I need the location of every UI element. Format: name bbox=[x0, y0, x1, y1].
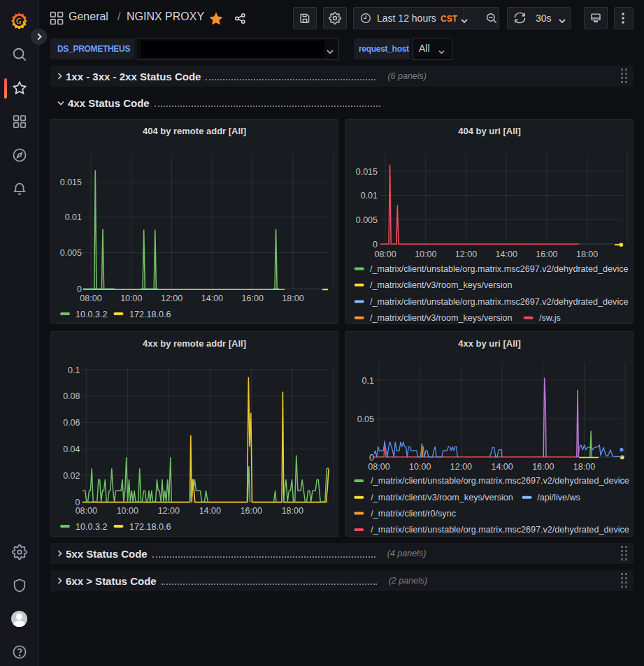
svg-text:10:00: 10:00 bbox=[120, 294, 142, 303]
svg-text:10.0.3.2: 10.0.3.2 bbox=[76, 310, 108, 319]
svg-text:/sw.js: /sw.js bbox=[539, 313, 561, 323]
svg-text:14:00: 14:00 bbox=[496, 249, 517, 259]
svg-text:08:00: 08:00 bbox=[76, 506, 97, 516]
svg-text:16:00: 16:00 bbox=[241, 506, 262, 516]
svg-text:0.05: 0.05 bbox=[357, 414, 374, 424]
svg-text:16:00: 16:00 bbox=[242, 294, 264, 303]
svg-text:/_matrix/client/v3/room_keys/v: /_matrix/client/v3/room_keys/version bbox=[370, 313, 513, 323]
svg-text:18:00: 18:00 bbox=[573, 462, 595, 472]
svg-text:16:00: 16:00 bbox=[536, 249, 557, 259]
svg-text:08:00: 08:00 bbox=[368, 462, 389, 472]
svg-text:/_matrix/client/v3/room_keys/v: /_matrix/client/v3/room_keys/version bbox=[371, 493, 513, 502]
svg-text:/api/live/ws: /api/live/ws bbox=[537, 493, 580, 502]
svg-text:16:00: 16:00 bbox=[532, 462, 554, 472]
svg-text:0.01: 0.01 bbox=[361, 191, 378, 201]
svg-text:404 by remote addr [All]: 404 by remote addr [All] bbox=[143, 126, 246, 136]
svg-text:404 by uri [All]: 404 by uri [All] bbox=[458, 126, 521, 136]
svg-text:12:00: 12:00 bbox=[455, 249, 477, 259]
svg-text:/_matrix/client/v3/room_keys/v: /_matrix/client/v3/room_keys/version bbox=[370, 280, 513, 290]
svg-text:0.005: 0.005 bbox=[60, 248, 82, 258]
svg-text:0.015: 0.015 bbox=[60, 178, 82, 187]
svg-text:12:00: 12:00 bbox=[161, 294, 183, 303]
svg-text:0: 0 bbox=[373, 240, 378, 249]
svg-text:172.18.0.6: 172.18.0.6 bbox=[129, 522, 171, 532]
svg-text:10:00: 10:00 bbox=[117, 506, 138, 516]
svg-text:0.01: 0.01 bbox=[65, 212, 82, 222]
svg-text:10:00: 10:00 bbox=[415, 249, 436, 259]
svg-text:172.18.0.6: 172.18.0.6 bbox=[129, 310, 171, 319]
svg-text:12:00: 12:00 bbox=[158, 506, 180, 516]
svg-text:0.02: 0.02 bbox=[63, 471, 80, 481]
svg-text:4xx by uri [All]: 4xx by uri [All] bbox=[458, 338, 521, 349]
svg-text:/_matrix/client/unstable/org.m: /_matrix/client/unstable/org.matrix.msc2… bbox=[370, 297, 629, 307]
svg-text:4xx by remote addr [All]: 4xx by remote addr [All] bbox=[143, 338, 246, 349]
svg-text:0.1: 0.1 bbox=[362, 376, 374, 386]
svg-text:12:00: 12:00 bbox=[450, 462, 472, 472]
svg-text:10.0.3.2: 10.0.3.2 bbox=[76, 522, 108, 532]
svg-text:/_matrix/client/unstable/org.m: /_matrix/client/unstable/org.matrix.msc2… bbox=[371, 525, 629, 535]
svg-text:/_matrix/client/unstable/org.m: /_matrix/client/unstable/org.matrix.msc2… bbox=[371, 476, 629, 486]
svg-text:0: 0 bbox=[369, 453, 374, 463]
svg-text:14:00: 14:00 bbox=[201, 294, 223, 303]
svg-text:/_matrix/client/r0/sync: /_matrix/client/r0/sync bbox=[371, 509, 456, 519]
svg-text:0.04: 0.04 bbox=[63, 444, 80, 454]
svg-text:0.005: 0.005 bbox=[356, 215, 378, 225]
svg-text:18:00: 18:00 bbox=[282, 506, 303, 516]
svg-text:14:00: 14:00 bbox=[199, 506, 221, 516]
svg-text:14:00: 14:00 bbox=[491, 462, 513, 472]
svg-text:18:00: 18:00 bbox=[576, 249, 598, 259]
svg-text:0.1: 0.1 bbox=[68, 365, 80, 375]
svg-text:08:00: 08:00 bbox=[80, 294, 101, 303]
svg-text:0.015: 0.015 bbox=[356, 167, 378, 177]
svg-text:0.08: 0.08 bbox=[63, 391, 80, 401]
svg-text:18:00: 18:00 bbox=[282, 294, 303, 303]
svg-text:08:00: 08:00 bbox=[374, 249, 396, 259]
svg-text:0.06: 0.06 bbox=[63, 418, 80, 428]
svg-text:10:00: 10:00 bbox=[409, 462, 431, 472]
svg-text:/_matrix/client/unstable/org.m: /_matrix/client/unstable/org.matrix.msc2… bbox=[370, 264, 629, 274]
